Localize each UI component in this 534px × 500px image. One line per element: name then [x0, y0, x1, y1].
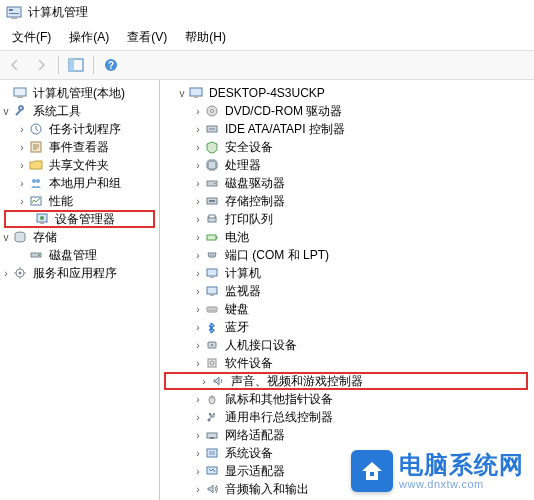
svg-point-20 [38, 254, 40, 256]
menu-file[interactable]: 文件(F) [4, 27, 59, 48]
device-category[interactable]: ›通用串行总线控制器 [160, 408, 534, 426]
tree-event-viewer[interactable]: › 事件查看器 [0, 138, 159, 156]
expand-icon[interactable]: › [16, 196, 28, 207]
expand-icon[interactable]: › [192, 430, 204, 441]
expand-icon[interactable]: › [192, 484, 204, 495]
expand-icon[interactable]: › [192, 124, 204, 135]
tree-services[interactable]: › 服务和应用程序 [0, 264, 159, 282]
expand-icon[interactable]: › [192, 394, 204, 405]
device-category[interactable]: ›电池 [160, 228, 534, 246]
expand-icon[interactable]: › [192, 304, 204, 315]
toolbar: ? [0, 50, 534, 80]
device-category[interactable]: ›键盘 [160, 300, 534, 318]
expand-icon[interactable]: › [192, 466, 204, 477]
expand-icon[interactable]: › [192, 322, 204, 333]
expand-icon[interactable]: › [192, 268, 204, 279]
expand-icon[interactable]: › [192, 232, 204, 243]
device-label: 端口 (COM 和 LPT) [223, 246, 331, 265]
tree-device-manager[interactable]: 设备管理器 [4, 210, 155, 228]
collapse-icon[interactable]: v [0, 232, 12, 243]
expand-icon[interactable]: › [192, 160, 204, 171]
svg-rect-9 [17, 96, 23, 98]
expand-icon[interactable]: › [0, 268, 12, 279]
expand-icon[interactable]: › [16, 178, 28, 189]
right-tree-pane[interactable]: v DESKTOP-4S3UCKP ›DVD/CD-ROM 驱动器›IDE AT… [160, 80, 534, 500]
device-category[interactable]: ›系统设备 [160, 444, 534, 462]
device-category[interactable]: ›计算机 [160, 264, 534, 282]
menu-view[interactable]: 查看(V) [119, 27, 175, 48]
device-icon [204, 157, 220, 173]
tree-system-tools[interactable]: v 系统工具 [0, 102, 159, 120]
expand-icon[interactable]: › [192, 250, 204, 261]
device-category[interactable]: ›DVD/CD-ROM 驱动器 [160, 102, 534, 120]
device-category[interactable]: ›人机接口设备 [160, 336, 534, 354]
device-icon [204, 283, 220, 299]
expand-icon[interactable]: › [16, 142, 28, 153]
tree-shared-folders[interactable]: › 共享文件夹 [0, 156, 159, 174]
show-hide-button[interactable] [65, 54, 87, 76]
device-category[interactable]: ›存储控制器 [160, 192, 534, 210]
device-category[interactable]: ›IDE ATA/ATAPI 控制器 [160, 120, 534, 138]
device-label: 鼠标和其他指针设备 [223, 390, 335, 409]
menu-help[interactable]: 帮助(H) [177, 27, 234, 48]
storage-icon [12, 229, 28, 245]
svg-rect-28 [208, 161, 216, 169]
svg-rect-40 [207, 269, 217, 276]
device-category[interactable]: ›音频输入和输出 [160, 480, 534, 498]
menu-action[interactable]: 操作(A) [61, 27, 117, 48]
svg-rect-52 [209, 413, 211, 415]
collapse-icon[interactable]: v [0, 106, 12, 117]
device-category[interactable]: ›软件设备 [160, 354, 534, 372]
device-category[interactable]: ›安全设备 [160, 138, 534, 156]
device-category[interactable]: ›鼠标和其他指针设备 [160, 390, 534, 408]
expand-icon[interactable]: › [192, 358, 204, 369]
device-label: 声音、视频和游戏控制器 [229, 372, 365, 391]
device-category[interactable]: ›端口 (COM 和 LPT) [160, 246, 534, 264]
svg-rect-34 [209, 215, 215, 218]
tree-performance[interactable]: › 性能 [0, 192, 159, 210]
device-label: 键盘 [223, 300, 251, 319]
collapse-icon[interactable]: v [176, 88, 188, 99]
device-icon [204, 139, 220, 155]
device-category[interactable]: ›处理器 [160, 156, 534, 174]
toolbar-separator [93, 56, 94, 74]
device-category[interactable]: ›打印队列 [160, 210, 534, 228]
expand-icon[interactable]: › [192, 448, 204, 459]
device-category[interactable]: ›蓝牙 [160, 318, 534, 336]
device-tree-root[interactable]: v DESKTOP-4S3UCKP [160, 84, 534, 102]
device-icon [204, 337, 220, 353]
tree-task-scheduler[interactable]: › 任务计划程序 [0, 120, 159, 138]
tree-root[interactable]: 计算机管理(本地) [0, 84, 159, 102]
help-button[interactable]: ? [100, 54, 122, 76]
expand-icon[interactable]: › [16, 160, 28, 171]
tools-icon [12, 103, 28, 119]
expand-icon[interactable]: › [192, 340, 204, 351]
tree-storage[interactable]: v 存储 [0, 228, 159, 246]
expand-icon[interactable]: › [192, 142, 204, 153]
expand-icon[interactable]: › [192, 178, 204, 189]
svg-point-39 [213, 254, 214, 255]
expand-icon[interactable]: › [192, 106, 204, 117]
device-category[interactable]: ›网络适配器 [160, 426, 534, 444]
computer-mgmt-icon [12, 85, 28, 101]
svg-rect-3 [11, 17, 17, 19]
device-category[interactable]: ›磁盘驱动器 [160, 174, 534, 192]
svg-point-13 [36, 179, 40, 183]
users-icon [28, 175, 44, 191]
svg-rect-43 [210, 294, 214, 296]
expand-icon[interactable]: › [198, 376, 210, 387]
device-icon [210, 373, 226, 389]
expand-icon[interactable]: › [16, 124, 28, 135]
expand-icon[interactable]: › [192, 412, 204, 423]
expand-icon[interactable]: › [192, 214, 204, 225]
device-category[interactable]: ›显示适配器 [160, 462, 534, 480]
device-category[interactable]: ›监视器 [160, 282, 534, 300]
expand-icon[interactable]: › [192, 196, 204, 207]
left-tree-pane[interactable]: 计算机管理(本地) v 系统工具 › 任务计划程序 › 事件查看器 › 共享文件… [0, 80, 160, 500]
expand-icon[interactable]: › [192, 286, 204, 297]
device-category[interactable]: ›声音、视频和游戏控制器 [164, 372, 528, 390]
disk-icon [28, 247, 44, 263]
tree-disk-mgmt[interactable]: 磁盘管理 [0, 246, 159, 264]
window-title: 计算机管理 [28, 4, 88, 21]
tree-local-users[interactable]: › 本地用户和组 [0, 174, 159, 192]
